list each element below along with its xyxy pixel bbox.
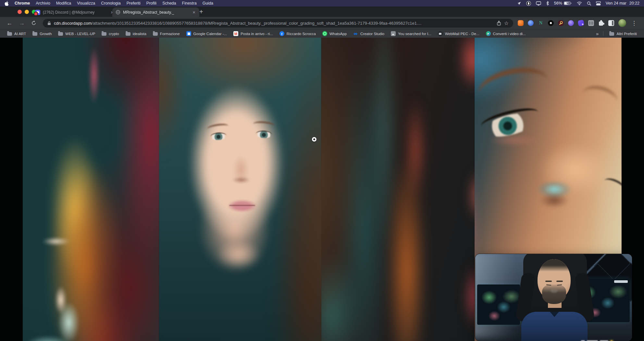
address-bar[interactable]: cdn.discordapp.com/attachments/101351233… [43,19,513,28]
bookmark-label: AI ART [14,32,26,36]
apple-logo-icon[interactable] [5,1,9,6]
bookmark-label: Formazione [160,32,180,36]
bookmark-idealista[interactable]: idealista [122,32,150,36]
bookmark-web-level-up[interactable]: WEB - LEVEL-UP [55,32,98,36]
extension-blue-waves-icon[interactable] [528,20,534,26]
chrome-menu-icon[interactable]: ⋮ [630,20,638,27]
convert-icon [486,31,491,36]
bookmark-label: Converti i video di... [493,32,526,36]
battery-icon [564,1,572,5]
bookmark-creator-studio[interactable]: ∞Creator Studio [350,31,388,36]
bookmarks-divider [603,31,603,36]
bookmark-label: Riccardo Scrocca [287,32,316,36]
folder-icon [58,32,63,36]
menu-item-modifica[interactable]: Modifica [56,1,71,6]
bookmark-whatsapp[interactable]: WhatsApp [319,31,350,36]
bookmark-crypto[interactable]: crypto [98,32,122,36]
tab-image-attachment[interactable]: MRregista_Abstract_beauty._ × [112,7,199,17]
webcam-overlay [475,254,632,341]
new-tab-button[interactable]: + [197,7,205,17]
bookmark-posta-in-arrivo-ri[interactable]: MPosta in arrivo - ri... [230,31,276,36]
bookmarks-bar: AI ARTGrowthWEB - LEVEL-UPcryptoidealist… [0,29,644,38]
wifi-icon[interactable] [577,1,582,5]
menu-bar-clock[interactable]: 20:22 [629,1,639,6]
menu-item-visualizza[interactable]: Visualizza [77,1,95,6]
minimize-window-button[interactable] [25,10,29,14]
bookmark-label: You searched for I... [398,32,431,36]
bookmark-label: WhatsApp [329,32,347,36]
artwork-panel-abstract-streaks [321,38,475,341]
lock-icon[interactable] [47,21,51,25]
close-window-button[interactable] [18,10,22,14]
folder-icon [609,32,614,36]
meta-icon: ∞ [353,31,358,36]
password-key-extension-icon[interactable] [558,20,564,26]
close-tab-icon[interactable]: × [192,9,196,15]
folder-icon [126,32,130,36]
bookmark-converti-i-video-di[interactable]: Converti i video di... [483,31,529,36]
bookmark-star-icon[interactable]: ☆ [504,20,509,26]
share-icon[interactable] [497,20,501,26]
artwork-panel-portrait [159,38,321,341]
menu-item-cronologia[interactable]: Cronologia [101,1,120,6]
extension-purple-icon[interactable] [568,20,574,26]
bookmark-growth[interactable]: Growth [29,32,55,36]
menu-item-scheda[interactable]: Scheda [162,1,176,6]
tab-discord[interactable]: (2762) Discord | @Midjourney × [32,7,118,17]
person-shirt [521,312,588,341]
tab-strip: (2762) Discord | @Midjourney × MRregista… [0,6,644,17]
chrome-window: (2762) Discord | @Midjourney × MRregista… [0,6,644,341]
side-panel-icon[interactable] [608,20,614,26]
extension-violet-icon[interactable] [578,20,584,26]
other-bookmarks-folder[interactable]: Altri Preferiti [606,32,640,36]
bookmark-label: WebMail PEC - De... [445,32,479,36]
discord-favicon-icon [35,10,40,15]
menu-item-profili[interactable]: Profili [146,1,156,6]
menu-item-finestra[interactable]: Finestra [182,1,197,6]
bookmarks-overflow-chevron[interactable]: » [594,31,601,36]
bookmark-riccardo-scrocca[interactable]: fRiccardo Scrocca [276,31,319,36]
menu-bar-date[interactable]: Ven 24 mar [606,1,626,6]
forward-button[interactable]: → [19,20,25,26]
bookmark-label: idealista [133,32,146,36]
background-monitor-left [477,284,520,325]
profile-avatar-icon[interactable] [618,19,626,27]
back-button[interactable]: ← [6,20,12,26]
display-mirroring-icon[interactable] [536,1,541,6]
maildark-icon [438,31,443,36]
bookmark-webmail-pec-de[interactable]: WebMail PEC - De... [435,31,483,36]
menu-item-preferiti[interactable]: Preferiti [127,1,141,6]
extension-black-circle-icon[interactable] [548,20,554,26]
bluetooth-icon[interactable] [546,1,549,6]
control-strip-icon[interactable] [596,1,601,6]
menu-item-archivio[interactable]: Archivio [36,1,50,6]
bookmark-label: WEB - LEVEL-UP [65,32,95,36]
navigation-toolbar: ← → cdn.discordapp.com/attachments/10135… [0,17,644,29]
extension-orange-icon[interactable] [518,20,524,26]
photos-icon [391,31,396,36]
screen-record-icon[interactable] [526,1,531,6]
bookmark-formazione[interactable]: Formazione [150,32,183,36]
battery-status[interactable]: 56% [554,1,572,6]
menu-item-guida[interactable]: Guida [203,1,213,6]
extensions-row: N [518,19,626,27]
keyboard-grid-extension-icon[interactable] [588,20,594,26]
menu-item-chrome[interactable]: Chrome [15,1,30,6]
tab-title: (2762) Discord | @Midjourney [43,10,107,15]
extension-green-n-icon[interactable]: N [538,20,544,26]
mouse-cursor [312,137,316,142]
facebook-icon: f [279,31,284,36]
macos-menu-bar: ChromeArchivioModificaVisualizzaCronolog… [0,0,644,6]
calendar-icon [186,31,191,36]
location-arrow-icon[interactable] [517,1,521,6]
extensions-puzzle-icon[interactable] [598,20,604,26]
bookmark-google-calendar[interactable]: Google Calendar -... [183,31,230,36]
reload-button[interactable] [31,20,36,26]
bookmark-label: Google Calendar -... [193,32,227,36]
bookmark-label: Growth [40,32,52,36]
bookmark-ai-art[interactable]: AI ART [4,32,29,36]
bookmark-label: Creator Studio [360,32,384,36]
bookmark-you-searched-for-i[interactable]: You searched for I... [388,31,435,36]
spotlight-search-icon[interactable] [587,1,591,6]
url-domain: cdn.discordapp.com [54,21,92,26]
